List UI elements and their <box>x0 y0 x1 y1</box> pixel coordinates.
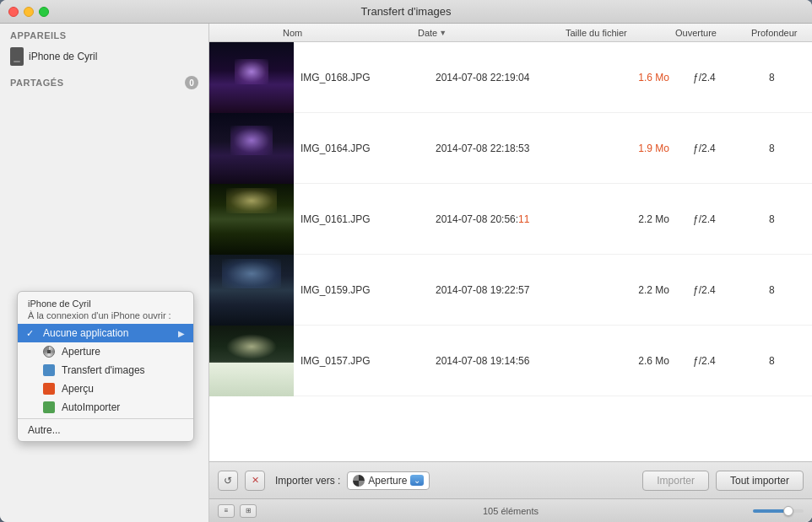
grid-view-button[interactable]: ⊞ <box>240 504 257 518</box>
row-name-4: IMG_0159.JPG <box>294 284 429 296</box>
row-aperture-3: ƒ/2.4 <box>686 213 762 225</box>
row-name-5: IMG_0157.JPG <box>294 355 429 367</box>
app-selector-dropdown-icon: ⌄ <box>410 475 424 486</box>
row-thumbnail-2 <box>209 113 294 184</box>
check-icon: ✓ <box>26 328 36 339</box>
row-date-2: 2014-07-08 22:18:53 <box>429 143 577 154</box>
dropdown-item-none-label: Aucune application <box>43 327 128 339</box>
autoimporter-app-icon <box>43 401 55 413</box>
row-date-4: 2014-07-08 19:22:57 <box>429 284 577 296</box>
partages-section: PARTAGÉS 0 <box>0 69 208 93</box>
window-title: Transfert d'images <box>361 5 452 18</box>
list-view-button[interactable]: ≡ <box>218 504 235 518</box>
bottom-toolbar: ↺ ✕ Importer vers : Aperture ⌄ Importer … <box>209 461 812 498</box>
row-size-4: 2.2 Mo <box>577 284 686 296</box>
zoom-slider[interactable] <box>753 509 804 513</box>
row-aperture-5: ƒ/2.4 <box>686 355 762 367</box>
transfert-app-icon <box>43 364 55 376</box>
row-size-2: 1.9 Mo <box>577 143 686 154</box>
th-ouverture[interactable]: Ouverture <box>669 28 744 38</box>
date-highlight: 11 <box>518 213 529 225</box>
row-depth-3: 8 <box>762 213 812 225</box>
dropdown-item-transfert-label: Transfert d'images <box>62 364 145 376</box>
app-selector[interactable]: Aperture ⌄ <box>347 471 430 490</box>
row-depth-1: 8 <box>762 72 812 83</box>
dropdown-item-autoimporter[interactable]: AutoImporter <box>18 398 193 417</box>
dropdown-subheader: À la connexion d'un iPhone ouvrir : <box>18 310 193 324</box>
row-aperture-2: ƒ/2.4 <box>686 143 762 154</box>
dropdown-item-autoimporter-label: AutoImporter <box>62 401 120 413</box>
close-button[interactable] <box>8 7 19 17</box>
dropdown-item-none[interactable]: ✓ Aucune application ▶ <box>18 324 193 342</box>
zoom-slider-container <box>753 509 804 513</box>
app-selector-icon <box>353 475 365 487</box>
dropdown-item-apercu-label: Aperçu <box>62 383 94 395</box>
th-taille[interactable]: Taille du fichier <box>559 28 669 38</box>
row-name-2: IMG_0164.JPG <box>294 143 429 154</box>
row-aperture-4: ƒ/2.4 <box>686 284 762 296</box>
table-row[interactable]: IMG_0159.JPG 2014-07-08 19:22:57 2.2 Mo … <box>209 255 812 326</box>
table-row[interactable]: IMG_0168.JPG 2014-07-08 22:19:04 1.6 Mo … <box>209 42 812 113</box>
row-thumbnail-3 <box>209 184 294 255</box>
row-size-1: 1.6 Mo <box>577 72 686 83</box>
content-area: Nom Date ▼ Taille du fichier Ouverture P… <box>209 24 812 522</box>
partages-badge: 0 <box>185 76 198 89</box>
sort-arrow-icon: ▼ <box>439 29 447 37</box>
dropdown-item-apercu[interactable]: Aperçu <box>18 379 193 398</box>
row-thumbnail-4 <box>209 255 294 326</box>
row-thumbnail-1 <box>209 42 294 113</box>
row-depth-5: 8 <box>762 355 812 367</box>
dropdown-item-aperture-label: Aperture <box>62 346 100 358</box>
row-size-5: 2.6 Mo <box>577 355 686 367</box>
app-dropdown-menu: iPhone de Cyril À la connexion d'un iPho… <box>17 291 194 442</box>
table-header: Nom Date ▼ Taille du fichier Ouverture P… <box>209 24 812 42</box>
main-layout: APPAREILS iPhone de Cyril PARTAGÉS 0 iPh… <box>0 24 812 522</box>
partages-header: PARTAGÉS <box>10 78 64 88</box>
dropdown-footer-autre[interactable]: Autre... <box>18 421 193 441</box>
th-date[interactable]: Date ▼ <box>411 28 559 38</box>
stop-button[interactable]: ✕ <box>245 471 265 491</box>
table-row[interactable]: IMG_0161.JPG 2014-07-08 20:56:11 2.2 Mo … <box>209 184 812 255</box>
row-depth-2: 8 <box>762 143 812 154</box>
table-body: IMG_0168.JPG 2014-07-08 22:19:04 1.6 Mo … <box>209 42 812 461</box>
device-name: iPhone de Cyril <box>29 51 97 62</box>
submenu-arrow: ▶ <box>178 329 185 338</box>
appareils-header: APPAREILS <box>0 24 208 44</box>
titlebar: Transfert d'images <box>0 0 812 24</box>
app-selector-label: Aperture <box>368 475 407 487</box>
view-controls: ≡ ⊞ <box>218 504 257 518</box>
row-name-3: IMG_0161.JPG <box>294 213 429 225</box>
dropdown-item-aperture[interactable]: Aperture <box>18 342 193 361</box>
iphone-icon <box>10 47 24 66</box>
import-all-button[interactable]: Tout importer <box>716 471 804 491</box>
table-row[interactable]: IMG_0157.JPG 2014-07-08 19:14:56 2.6 Mo … <box>209 326 812 396</box>
import-to-label: Importer vers : <box>275 475 340 487</box>
import-button[interactable]: Importer <box>642 471 709 491</box>
aperture-app-icon <box>43 346 55 358</box>
maximize-button[interactable] <box>39 7 49 17</box>
items-count: 105 éléments <box>483 506 539 516</box>
dropdown-divider <box>18 418 193 419</box>
table-row[interactable]: IMG_0164.JPG 2014-07-08 22:18:53 1.9 Mo … <box>209 113 812 184</box>
row-thumbnail-5 <box>209 326 294 396</box>
dropdown-item-transfert[interactable]: Transfert d'images <box>18 361 193 379</box>
row-depth-4: 8 <box>762 284 812 296</box>
sidebar: APPAREILS iPhone de Cyril PARTAGÉS 0 iPh… <box>0 24 209 522</box>
sidebar-item-iphone[interactable]: iPhone de Cyril <box>0 44 208 69</box>
row-size-3: 2.2 Mo <box>577 213 686 225</box>
window-controls <box>8 7 49 17</box>
row-aperture-1: ƒ/2.4 <box>686 72 762 83</box>
th-nom[interactable]: Nom <box>276 28 411 38</box>
th-profondeur[interactable]: Profondeur <box>744 28 812 38</box>
dropdown-device-label: iPhone de Cyril <box>18 292 193 310</box>
row-date-3: 2014-07-08 20:56:11 <box>429 213 577 225</box>
row-date-5: 2014-07-08 19:14:56 <box>429 355 577 367</box>
apercu-app-icon <box>43 383 55 395</box>
row-date-1: 2014-07-08 22:19:04 <box>429 72 577 83</box>
zoom-slider-thumb[interactable] <box>783 506 793 516</box>
main-window: Transfert d'images APPAREILS iPhone de C… <box>0 0 812 522</box>
status-bar: ≡ ⊞ 105 éléments <box>209 498 812 522</box>
back-button[interactable]: ↺ <box>218 471 238 491</box>
minimize-button[interactable] <box>24 7 34 17</box>
row-name-1: IMG_0168.JPG <box>294 72 429 83</box>
